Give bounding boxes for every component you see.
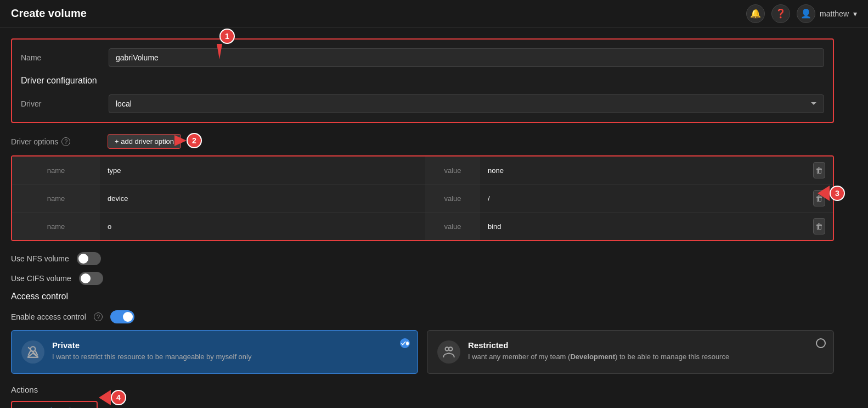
name-label-cell-2: name xyxy=(12,185,100,212)
table-row: name value 🗑 xyxy=(12,157,833,185)
value-label-cell-2: value xyxy=(425,185,480,212)
cifs-label: Use CIFS volume xyxy=(11,274,71,283)
cifs-toggle[interactable] xyxy=(79,272,103,285)
name-value-cell-2[interactable] xyxy=(100,185,425,212)
driver-row: Driver local xyxy=(21,94,824,113)
driver-options-label: Driver options xyxy=(11,137,58,146)
delete-row-3-button[interactable]: 🗑 xyxy=(813,218,825,234)
access-cards-container: Private I want to restrict this resource… xyxy=(11,330,834,374)
private-card-title: Private xyxy=(52,340,408,350)
nfs-toggle[interactable] xyxy=(77,252,101,265)
value-label-cell-3: value xyxy=(425,213,480,240)
driver-options-table: name value 🗑 name value 🗑 xyxy=(11,155,834,241)
delete-cell-3: 🗑 xyxy=(805,213,833,240)
value-input-1[interactable] xyxy=(488,166,798,175)
restricted-card[interactable]: Restricted I want any member of my team … xyxy=(427,330,834,374)
arrow-annotation-2 xyxy=(170,135,187,148)
annotation-2: 2 xyxy=(187,133,202,148)
enable-ac-toggle[interactable] xyxy=(110,310,134,323)
main-content: 1 Name Driver configuration Driver local… xyxy=(0,27,845,408)
cifs-slider xyxy=(79,272,103,285)
private-card-icon xyxy=(21,340,44,364)
page-title: Create volume xyxy=(11,7,87,20)
restricted-card-desc: I want any member of my team (Developmen… xyxy=(468,352,824,362)
enable-ac-help-icon[interactable]: ? xyxy=(94,312,103,321)
actions-title: Actions xyxy=(11,385,834,394)
name-label-cell-3: name xyxy=(12,213,100,240)
svg-marker-1 xyxy=(174,135,187,146)
private-card-desc: I want to restrict this resource to be m… xyxy=(52,352,408,362)
access-control-title: Access control xyxy=(11,292,834,301)
nfs-label: Use NFS volume xyxy=(11,254,69,263)
create-btn-container: Create the volume 4 xyxy=(11,401,98,408)
header: Create volume 🔔 ❓ 👤 matthew ▾ xyxy=(0,0,868,27)
value-input-2[interactable] xyxy=(488,194,798,203)
nfs-slider xyxy=(77,252,101,265)
value-value-cell-3[interactable] xyxy=(480,213,805,240)
bell-icon-button[interactable]: 🔔 xyxy=(746,4,765,23)
create-volume-button[interactable]: Create the volume xyxy=(11,401,98,408)
annotation-4: 4 xyxy=(111,390,126,405)
driver-select[interactable]: local xyxy=(109,94,824,113)
name-driver-section: Name Driver configuration Driver local xyxy=(11,38,834,123)
name-input-1[interactable] xyxy=(108,166,418,175)
help-icon-button[interactable]: ❓ xyxy=(771,4,790,23)
value-value-cell-2[interactable] xyxy=(480,185,805,212)
cifs-toggle-row: Use CIFS volume xyxy=(11,272,834,285)
name-input-3[interactable] xyxy=(108,222,418,231)
restricted-radio xyxy=(816,338,826,348)
enable-ac-label: Enable access control xyxy=(11,312,86,321)
private-card[interactable]: Private I want to restrict this resource… xyxy=(11,330,418,374)
annotation-3: 3 xyxy=(830,186,845,201)
driver-options-label-container: Driver options ? xyxy=(11,137,99,146)
driver-label: Driver xyxy=(21,99,109,108)
name-row: Name xyxy=(21,48,824,67)
header-right: 🔔 ❓ 👤 matthew ▾ xyxy=(746,4,857,23)
driver-options-help-icon[interactable]: ? xyxy=(61,137,70,146)
name-value-cell-1[interactable] xyxy=(100,157,425,184)
private-radio xyxy=(400,338,410,348)
user-avatar-icon: 👤 xyxy=(797,4,815,23)
arrow-annotation-4 xyxy=(99,390,111,405)
access-control-section: Access control Enable access control ? xyxy=(11,292,834,374)
svg-point-10 xyxy=(449,347,453,351)
name-input-2[interactable] xyxy=(108,194,418,203)
table-row: name value 🗑 xyxy=(12,213,833,240)
chevron-down-icon: ▾ xyxy=(853,9,857,18)
nfs-toggle-row: Use NFS volume xyxy=(11,252,834,265)
delete-cell-1: 🗑 xyxy=(805,157,833,184)
user-menu[interactable]: 👤 matthew ▾ xyxy=(797,4,857,23)
private-card-content: Private I want to restrict this resource… xyxy=(52,340,408,362)
restricted-card-icon xyxy=(437,340,460,364)
driver-options-header: Driver options ? + add driver option xyxy=(11,134,834,149)
driver-config-title: Driver configuration xyxy=(21,76,824,86)
restricted-card-title: Restricted xyxy=(468,340,824,350)
restricted-card-content: Restricted I want any member of my team … xyxy=(468,340,824,362)
value-label-cell-1: value xyxy=(425,157,480,184)
enable-ac-row: Enable access control ? xyxy=(11,310,834,323)
annotation-1: 1 xyxy=(219,29,235,44)
value-input-3[interactable] xyxy=(488,222,798,231)
table-row: name value 🗑 xyxy=(12,185,833,213)
actions-section: Actions Create the volume 4 xyxy=(11,385,834,408)
name-value-cell-3[interactable] xyxy=(100,213,425,240)
arrow-annotation-1 xyxy=(211,44,228,62)
delete-row-1-button[interactable]: 🗑 xyxy=(813,162,825,178)
arrow-annotation-3 xyxy=(818,186,830,201)
enable-ac-slider xyxy=(110,310,134,323)
username-label: matthew xyxy=(820,9,849,18)
name-label: Name xyxy=(21,53,109,62)
annotation-3-container: 3 xyxy=(818,186,845,201)
value-value-cell-1[interactable] xyxy=(480,157,805,184)
name-label-cell-1: name xyxy=(12,157,100,184)
svg-marker-0 xyxy=(217,44,222,59)
annotation-4-container: 4 xyxy=(99,390,126,405)
